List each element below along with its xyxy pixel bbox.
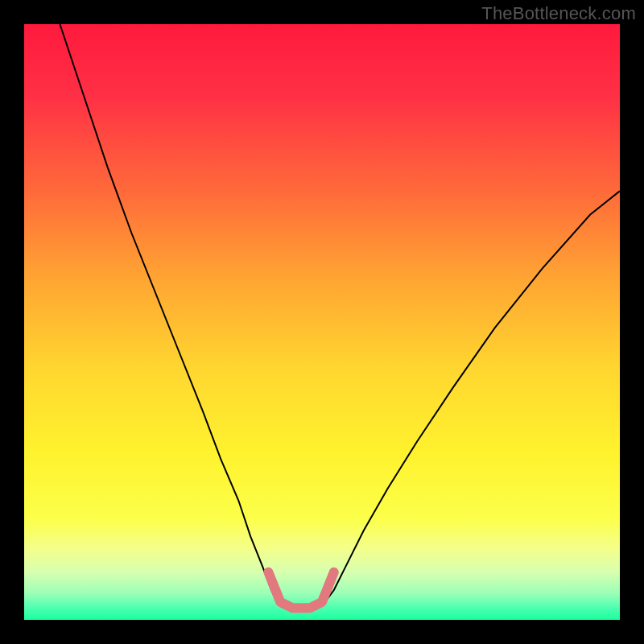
plot-area	[24, 24, 620, 620]
chart-frame: TheBottleneck.com	[0, 0, 644, 644]
marker-layer	[24, 24, 620, 620]
series-optimal-marker	[268, 572, 333, 608]
watermark-label: TheBottleneck.com	[481, 3, 636, 24]
